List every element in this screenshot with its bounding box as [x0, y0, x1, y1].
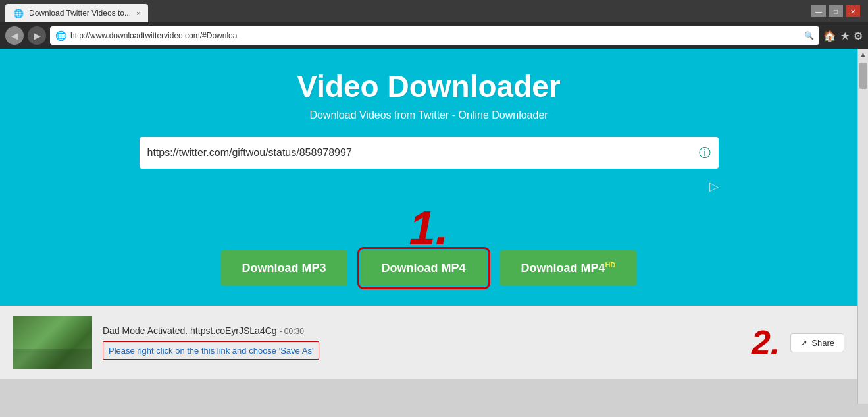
tab-label: Download Twitter Videos to...	[29, 9, 131, 18]
back-button[interactable]: ◀	[5, 26, 24, 45]
tab-favicon: 🌐	[13, 9, 24, 18]
tab-close-button[interactable]: ×	[136, 9, 140, 17]
window-controls: — □ ✕	[811, 5, 860, 17]
star-icon[interactable]: ★	[840, 30, 850, 42]
share-label: Share	[811, 338, 834, 348]
result-title: Dad Mode Activated. httpst.coEyrJSLa4Cg …	[103, 325, 733, 336]
browser-content: Video Downloader Download Videos from Tw…	[0, 49, 868, 404]
mp4hd-label: Download MP4	[521, 262, 605, 275]
hd-badge: HD	[605, 261, 616, 269]
page-title: Video Downloader	[13, 69, 844, 104]
result-duration: - 00:30	[279, 327, 303, 336]
play-icon: ▷	[709, 180, 719, 193]
play-icon-area: ▷	[140, 179, 719, 194]
result-section: Dad Mode Activated. httpst.coEyrJSLa4Cg …	[0, 306, 857, 379]
download-mp4-button[interactable]: Download MP4	[361, 250, 487, 286]
share-icon: ↗	[800, 338, 807, 348]
thumbnail-image	[13, 316, 92, 369]
address-bar[interactable]: 🌐 🔍	[50, 26, 819, 45]
scrollbar-thumb[interactable]	[859, 63, 867, 89]
settings-icon[interactable]: ⚙	[854, 30, 863, 42]
minimize-button[interactable]: —	[811, 5, 826, 17]
result-link-box: Please right click on the this link and …	[103, 341, 319, 360]
page-subtitle: Download Videos from Twitter - Online Do…	[13, 109, 844, 121]
share-button[interactable]: ↗ Share	[790, 333, 844, 352]
address-input[interactable]	[70, 31, 800, 40]
address-favicon: 🌐	[55, 30, 66, 41]
browser-chrome: — □ ✕ 🌐 Download Twitter Videos to... × …	[0, 0, 868, 49]
save-as-link[interactable]: Please right click on the this link and …	[109, 346, 313, 356]
scrollbar[interactable]: ▲	[857, 49, 868, 404]
download-mp4hd-button[interactable]: Download MP4HD	[500, 250, 637, 286]
url-input[interactable]	[140, 137, 719, 169]
home-icon[interactable]: 🏠	[823, 30, 836, 42]
url-input-container: ⓘ	[140, 137, 719, 169]
download-mp3-button[interactable]: Download MP3	[221, 250, 347, 286]
step-1-annotation: 1.	[13, 204, 844, 252]
hero-section: Video Downloader Download Videos from Tw…	[0, 49, 857, 306]
buttons-row: Download MP3 Download MP4 Download MP4HD	[13, 250, 844, 286]
scroll-up-arrow[interactable]: ▲	[860, 49, 867, 60]
address-bar-row: ◀ ▶ 🌐 🔍 🏠 ★ ⚙	[0, 22, 868, 49]
step-2-annotation: 2.	[752, 325, 780, 360]
result-info: Dad Mode Activated. httpst.coEyrJSLa4Cg …	[103, 325, 733, 360]
info-icon[interactable]: ⓘ	[699, 145, 711, 161]
tab-bar: 🌐 Download Twitter Videos to... ×	[0, 0, 868, 22]
close-button[interactable]: ✕	[846, 5, 860, 17]
maximize-button[interactable]: □	[829, 5, 843, 17]
result-thumbnail	[13, 316, 92, 369]
active-tab[interactable]: 🌐 Download Twitter Videos to... ×	[5, 4, 148, 22]
forward-button[interactable]: ▶	[28, 26, 46, 45]
search-icon: 🔍	[804, 31, 814, 40]
page-content: Video Downloader Download Videos from Tw…	[0, 49, 857, 404]
